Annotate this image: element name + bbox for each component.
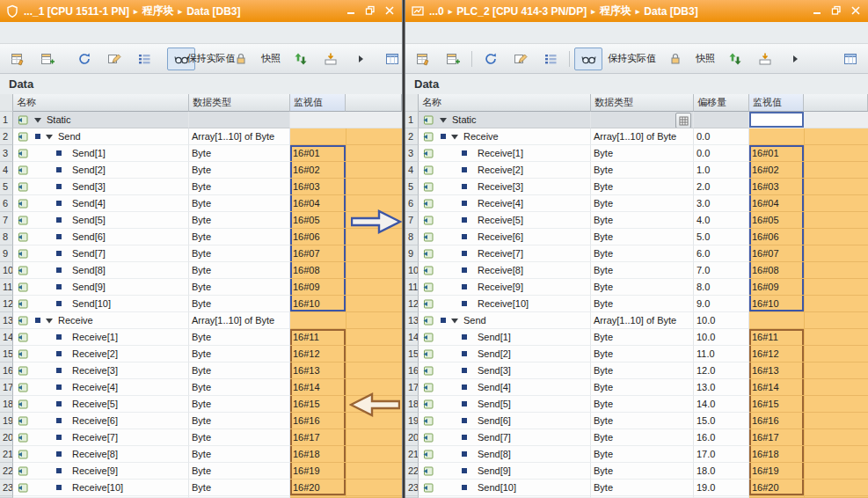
open-editor-button[interactable] [836, 48, 864, 70]
expand-list-button[interactable] [130, 48, 158, 70]
table-row[interactable]: 12Send[10]Byte16#10 [0, 296, 402, 312]
table-row[interactable]: 23Receive[10]Byte16#20 [0, 480, 402, 496]
table-row[interactable]: 3Receive[1]Byte0.016#01 [405, 145, 868, 162]
table-row[interactable]: 19Receive[6]Byte16#16 [0, 413, 402, 429]
monitor-value-cell[interactable]: 16#07 [749, 245, 804, 262]
monitor-value-cell[interactable]: 16#05 [749, 212, 804, 229]
table-row[interactable]: 5Receive[3]Byte2.016#03 [405, 179, 868, 195]
table-row[interactable]: 19Send[6]Byte15.016#16 [405, 413, 868, 429]
keep-actual-values-button[interactable]: 保持实际值 [604, 48, 660, 70]
monitor-value-cell[interactable]: 16#19 [290, 463, 346, 480]
monitor-value-cell[interactable]: 16#13 [749, 363, 804, 379]
modify-button[interactable] [100, 48, 128, 70]
table-row[interactable]: 2ReceiveArray[1..10] of Byte0.0 [405, 128, 868, 145]
type-picker-button[interactable] [675, 113, 691, 128]
snapshot-button[interactable]: 快照 [257, 48, 285, 70]
monitor-value-cell[interactable]: 16#19 [749, 463, 804, 480]
monitor-value-cell[interactable]: 16#02 [749, 162, 804, 179]
table-row[interactable]: 17Receive[4]Byte16#14 [0, 379, 402, 396]
table-row[interactable]: 15Send[2]Byte11.016#12 [405, 346, 868, 363]
table-row[interactable]: 4Receive[2]Byte1.016#02 [405, 162, 868, 179]
table-row[interactable]: 13SendArray[1..10] of Byte10.0 [405, 312, 868, 329]
monitor-all-button[interactable] [574, 48, 602, 70]
table-row[interactable]: 9Receive[7]Byte6.016#07 [405, 245, 868, 262]
monitor-value-cell[interactable]: 16#06 [749, 229, 804, 245]
snapshot-button[interactable]: 快照 [691, 48, 719, 70]
monitor-value-cell[interactable]: 16#06 [290, 229, 346, 245]
monitor-value-cell[interactable]: 16#17 [749, 429, 804, 446]
monitor-value-cell[interactable] [749, 112, 804, 128]
column-header-col1[interactable]: 数据类型 [591, 94, 694, 112]
monitor-value-cell[interactable]: 16#14 [749, 379, 804, 396]
monitor-value-cell[interactable] [749, 128, 804, 145]
keep-actual-values-button[interactable]: 保持实际值 [197, 48, 225, 70]
refresh-values-button[interactable] [287, 48, 315, 70]
expand-triangle-icon[interactable] [45, 134, 54, 140]
more-chevron-button[interactable] [346, 48, 375, 70]
table-row[interactable]: 21Send[8]Byte17.016#18 [405, 446, 868, 463]
column-header-col1[interactable]: 数据类型 [189, 94, 290, 112]
table-row[interactable]: 18Send[5]Byte14.016#15 [405, 396, 868, 413]
table-row[interactable]: 2SendArray[1..10] of Byte [0, 128, 402, 145]
monitor-value-cell[interactable]: 16#20 [749, 480, 804, 496]
column-header-name[interactable]: 名称 [13, 94, 189, 112]
monitor-value-cell[interactable]: 16#08 [290, 262, 346, 279]
restore-button[interactable] [361, 4, 379, 19]
monitor-value-cell[interactable]: 16#18 [290, 446, 346, 463]
add-row-button[interactable] [439, 48, 467, 70]
monitor-value-cell[interactable]: 16#15 [290, 396, 346, 413]
table-row[interactable]: 10Send[8]Byte16#08 [0, 262, 402, 279]
monitor-value-cell[interactable]: 16#07 [290, 245, 346, 262]
monitor-value-cell[interactable]: 16#12 [749, 346, 804, 363]
load-values-button[interactable] [317, 48, 345, 70]
open-editor-button[interactable] [378, 48, 406, 70]
reset-values-button[interactable] [477, 48, 505, 70]
monitor-value-cell[interactable]: 16#10 [290, 296, 346, 312]
monitor-value-cell[interactable]: 16#13 [290, 363, 346, 379]
close-button[interactable] [847, 4, 864, 19]
monitor-value-cell[interactable]: 16#14 [290, 379, 346, 396]
table-row[interactable]: 4Send[2]Byte16#02 [0, 162, 402, 179]
table-row[interactable]: 1Static [0, 112, 402, 128]
table-row[interactable]: 14Receive[1]Byte16#11 [0, 329, 402, 346]
insert-row-button[interactable] [409, 48, 437, 70]
monitor-value-cell[interactable]: 16#16 [749, 413, 804, 429]
monitor-value-cell[interactable]: 16#04 [749, 195, 804, 212]
restore-button[interactable] [828, 4, 845, 19]
freeze-button[interactable] [661, 48, 689, 70]
monitor-value-cell[interactable]: 16#12 [290, 346, 346, 363]
monitor-value-cell[interactable]: 16#03 [749, 179, 804, 195]
table-row[interactable]: 16Receive[3]Byte16#13 [0, 363, 402, 379]
column-header-value[interactable]: 监视值 [749, 94, 804, 112]
expand-triangle-icon[interactable] [33, 117, 42, 123]
table-row[interactable]: 18Receive[5]Byte16#15 [0, 396, 402, 413]
table-row[interactable]: 8Send[6]Byte16#06 [0, 229, 402, 245]
table-row[interactable]: 14Send[1]Byte10.016#11 [405, 329, 868, 346]
monitor-value-cell[interactable]: 16#17 [290, 429, 346, 446]
table-row[interactable]: 21Receive[8]Byte16#18 [0, 446, 402, 463]
monitor-value-cell[interactable]: 16#01 [749, 145, 804, 162]
table-row[interactable]: 6Receive[4]Byte3.016#04 [405, 195, 868, 212]
monitor-value-cell[interactable] [290, 112, 346, 128]
table-row[interactable]: 12Receive[10]Byte9.016#10 [405, 296, 868, 312]
monitor-value-cell[interactable]: 16#03 [290, 179, 346, 195]
table-row[interactable]: 15Receive[2]Byte16#12 [0, 346, 402, 363]
table-row[interactable]: 7Send[5]Byte16#05 [0, 212, 402, 229]
insert-row-button[interactable] [4, 48, 32, 70]
table-row[interactable]: 8Receive[6]Byte5.016#06 [405, 229, 868, 245]
monitor-value-cell[interactable]: 16#02 [290, 162, 346, 179]
titlebar[interactable]: ...0▸PLC_2 [CPU 414-3 PN/DP]▸程序块▸Data [D… [405, 0, 868, 22]
table-row[interactable]: 1Static [405, 112, 868, 128]
expand-triangle-icon[interactable] [439, 117, 448, 123]
table-row[interactable]: 23Send[10]Byte19.016#20 [405, 480, 868, 496]
load-values-button[interactable] [751, 48, 779, 70]
table-row[interactable]: 22Receive[9]Byte16#19 [0, 463, 402, 480]
reset-values-button[interactable] [70, 48, 98, 70]
table-row[interactable]: 7Receive[5]Byte4.016#05 [405, 212, 868, 229]
monitor-value-cell[interactable]: 16#05 [290, 212, 346, 229]
more-chevron-button[interactable] [781, 48, 809, 70]
expand-triangle-icon[interactable] [45, 318, 54, 324]
column-header-value[interactable]: 监视值 [290, 94, 346, 112]
table-row[interactable]: 3Send[1]Byte16#01 [0, 145, 402, 162]
expand-list-button[interactable] [536, 48, 565, 70]
